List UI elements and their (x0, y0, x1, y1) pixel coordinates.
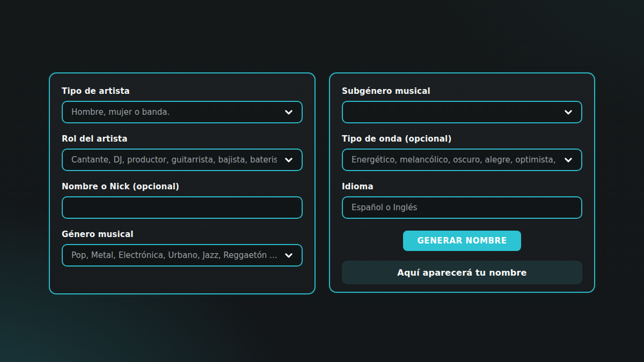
language-label: Idioma (342, 182, 582, 191)
nickname-input-wrap (62, 196, 303, 219)
nickname-input[interactable] (71, 197, 293, 218)
music-genre-select[interactable]: Pop, Metal, Electrónica, Urbano, Jazz, R… (62, 244, 303, 267)
artist-type-value: Hombre, mujer o banda. (71, 107, 170, 117)
panel-artist-details: Subgénero musical Tipo de onda (opcional… (329, 72, 595, 293)
result-text: Aquí aparecerá tu nombre (397, 268, 526, 278)
artist-role-label: Rol del artista (62, 134, 303, 144)
chevron-down-icon (284, 155, 294, 165)
chevron-down-icon (564, 155, 573, 165)
vibe-type-select[interactable]: Energético, melancólico, oscuro, alegre,… (342, 149, 582, 171)
panel-artist-basics: Tipo de artista Hombre, mujer o banda. R… (49, 72, 316, 294)
artist-name-generator-screen: Tipo de artista Hombre, mujer o banda. R… (0, 0, 644, 362)
artist-type-select[interactable]: Hombre, mujer o banda. (62, 101, 303, 123)
nickname-label: Nombre o Nick (opcional) (62, 182, 303, 191)
actions-row: GENERAR NOMBRE (342, 231, 582, 251)
field-artist-role: Rol del artista Cantante, DJ, productor,… (62, 134, 303, 171)
chevron-down-icon (564, 107, 573, 117)
field-music-genre: Género musical Pop, Metal, Electrónica, … (62, 230, 303, 267)
field-music-subgenre: Subgénero musical (342, 86, 582, 123)
artist-role-value: Cantante, DJ, productor, guitarrista, ba… (71, 155, 277, 165)
music-genre-label: Género musical (62, 230, 303, 239)
chevron-down-icon (284, 250, 294, 260)
vibe-type-value: Energético, melancólico, oscuro, alegre,… (352, 155, 557, 165)
generate-name-button[interactable]: GENERAR NOMBRE (403, 231, 521, 251)
artist-role-select[interactable]: Cantante, DJ, productor, guitarrista, ba… (62, 149, 303, 171)
chevron-down-icon (284, 107, 294, 117)
music-subgenre-select[interactable] (342, 101, 582, 123)
field-language: Idioma (342, 182, 582, 219)
field-vibe-type: Tipo de onda (opcional) Energético, mela… (342, 134, 582, 171)
vibe-type-label: Tipo de onda (opcional) (342, 134, 582, 144)
music-subgenre-label: Subgénero musical (342, 86, 582, 96)
field-artist-type: Tipo de artista Hombre, mujer o banda. (62, 86, 303, 123)
result-box: Aquí aparecerá tu nombre (342, 261, 582, 284)
field-nickname: Nombre o Nick (opcional) (62, 182, 303, 219)
artist-type-label: Tipo de artista (62, 86, 303, 96)
form-panels: Tipo de artista Hombre, mujer o banda. R… (49, 72, 595, 294)
language-input-wrap (342, 196, 582, 219)
music-genre-value: Pop, Metal, Electrónica, Urbano, Jazz, R… (71, 250, 277, 260)
language-input[interactable] (352, 197, 573, 218)
